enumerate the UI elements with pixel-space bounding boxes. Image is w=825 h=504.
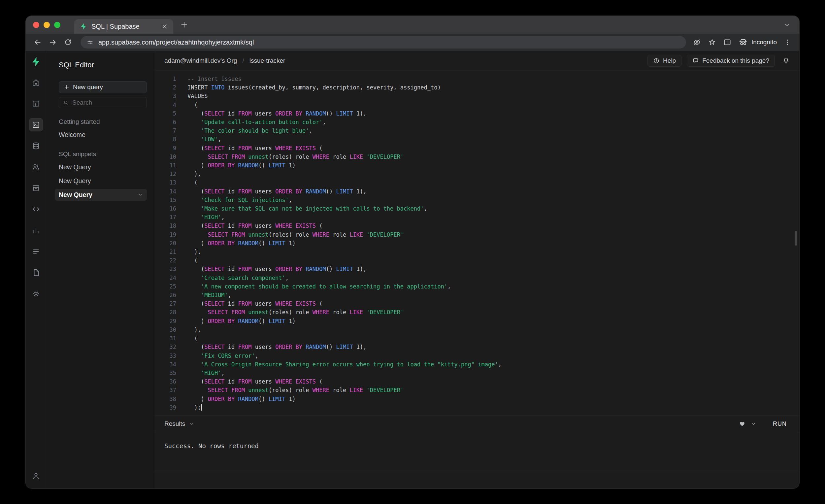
rail-item-account[interactable] <box>29 470 43 483</box>
line-number: 5 <box>155 109 176 118</box>
line-number: 38 <box>155 395 176 403</box>
feedback-button[interactable]: Feedback on this page? <box>687 55 775 67</box>
help-button[interactable]: Help <box>648 55 681 67</box>
side-panel-icon[interactable] <box>723 38 732 47</box>
close-tab-icon[interactable] <box>161 23 168 30</box>
line-number: 26 <box>155 291 176 299</box>
line-number: 16 <box>155 204 176 213</box>
code-line: 34 'A Cross Origin Resource Sharing erro… <box>155 360 799 369</box>
authentication-icon <box>32 163 40 171</box>
rail-item-database[interactable] <box>29 139 43 152</box>
run-controls: RUN <box>739 419 790 429</box>
supabase-app: SQL Editor New query Getting startedWelc… <box>26 51 799 489</box>
code-line: 20 ) ORDER BY RANDOM() LIMIT 1) <box>155 239 799 247</box>
sql-editor-icon <box>32 121 40 129</box>
code-line: 30 ), <box>155 326 799 334</box>
rail-item-sql-editor[interactable] <box>29 118 43 131</box>
main-content: adam@windmill.dev's Org / issue-tracker … <box>155 51 799 489</box>
code-line: 5 (SELECT id FROM users ORDER BY RANDOM(… <box>155 109 799 118</box>
sidebar-item-label: New Query <box>59 163 91 171</box>
sidebar-item-new-query[interactable]: New Query <box>55 189 147 201</box>
results-toggle[interactable]: Results <box>164 420 195 427</box>
rail-item-table-editor[interactable] <box>29 97 43 110</box>
breadcrumb-project[interactable]: issue-tracker <box>249 57 286 64</box>
supabase-logo-icon[interactable] <box>30 56 42 67</box>
forward-icon[interactable] <box>47 36 59 48</box>
site-settings-icon[interactable] <box>86 39 94 46</box>
line-number: 2 <box>155 83 176 92</box>
line-number: 32 <box>155 343 176 351</box>
code-line: 18 (SELECT id FROM users WHERE EXISTS ( <box>155 221 799 230</box>
toolbar-right: Incognito <box>693 37 793 47</box>
table-editor-icon <box>32 99 40 108</box>
new-query-button[interactable]: New query <box>59 81 147 93</box>
code-line: 2INSERT INTO issues(created_by, summary,… <box>155 83 799 92</box>
line-number: 28 <box>155 308 176 316</box>
eye-off-icon[interactable] <box>693 38 701 47</box>
code-line: 24 'Create search component', <box>155 274 799 282</box>
editor-scrollbar[interactable] <box>795 231 797 245</box>
results-bar: Results RUN <box>155 415 799 432</box>
line-number: 3 <box>155 92 176 100</box>
browser-menu-icon[interactable] <box>783 38 791 46</box>
notifications-bell-icon[interactable] <box>782 57 790 65</box>
line-number: 18 <box>155 221 176 230</box>
tab-title: SQL | Supabase <box>91 23 157 30</box>
incognito-badge: Incognito <box>738 37 777 47</box>
tab-strip: SQL | Supabase <box>26 16 799 34</box>
rail-item-logs[interactable] <box>29 245 43 258</box>
code-line: 3VALUES <box>155 92 799 100</box>
close-window-button[interactable] <box>33 22 39 28</box>
line-number: 36 <box>155 377 176 386</box>
browser-window: SQL | Supabase app.supabase.com/project/… <box>26 16 799 489</box>
code-line: 23 (SELECT id FROM users ORDER BY RANDOM… <box>155 265 799 273</box>
url-bar[interactable]: app.supabase.com/project/azahtnhqohyjerz… <box>80 36 686 49</box>
run-button[interactable]: RUN <box>769 419 790 429</box>
results-message: Success. No rows returned <box>164 442 259 449</box>
favorite-heart-icon[interactable] <box>739 420 746 427</box>
code-line: 15 'Check for SQL injections', <box>155 196 799 204</box>
account-icon <box>32 472 40 480</box>
sql-code-editor[interactable]: 1-- Insert issues2INSERT INTO issues(cre… <box>155 71 799 415</box>
sidebar-item-new-query[interactable]: New Query <box>55 161 147 173</box>
tab-search-chevron-icon[interactable] <box>783 21 791 28</box>
sidebar-item-welcome[interactable]: Welcome <box>55 129 147 141</box>
code-line: 8 'LOW', <box>155 135 799 144</box>
search-input[interactable] <box>72 99 143 106</box>
rail-item-home[interactable] <box>29 76 43 89</box>
minimize-window-button[interactable] <box>44 22 50 28</box>
rail-item-reports[interactable] <box>29 224 43 237</box>
zoom-window-button[interactable] <box>54 22 60 28</box>
sidebar-item-new-query[interactable]: New Query <box>55 175 147 187</box>
logs-icon <box>32 247 40 256</box>
line-number: 4 <box>155 101 176 109</box>
incognito-label: Incognito <box>751 39 777 46</box>
code-line: 14 (SELECT id FROM users ORDER BY RANDOM… <box>155 187 799 196</box>
sidebar-item-label: New Query <box>59 191 92 199</box>
sidebar-title: SQL Editor <box>59 51 147 69</box>
line-number: 20 <box>155 239 176 247</box>
code-line: 1-- Insert issues <box>155 75 799 83</box>
rail-item-code[interactable] <box>29 203 43 216</box>
line-number: 29 <box>155 317 176 326</box>
code-icon <box>32 205 40 214</box>
chevron-down-icon[interactable] <box>138 192 143 197</box>
back-icon[interactable] <box>32 36 44 48</box>
rail-item-docs[interactable] <box>29 266 43 279</box>
line-number: 30 <box>155 326 176 334</box>
code-line: 32 (SELECT id FROM users ORDER BY RANDOM… <box>155 343 799 351</box>
header-actions: Help Feedback on this page? <box>648 55 790 67</box>
incognito-icon <box>738 37 748 47</box>
new-tab-icon[interactable] <box>180 20 189 29</box>
bookmark-star-icon[interactable] <box>708 38 717 47</box>
run-options-chevron-icon[interactable] <box>750 421 756 427</box>
breadcrumb-separator: / <box>242 57 244 64</box>
breadcrumb-org[interactable]: adam@windmill.dev's Org <box>164 57 237 64</box>
rail-item-settings[interactable] <box>29 287 43 300</box>
reload-icon[interactable] <box>62 36 74 48</box>
rail-item-storage[interactable] <box>29 182 43 195</box>
line-number: 13 <box>155 178 176 187</box>
text-cursor <box>201 404 202 411</box>
browser-tab[interactable]: SQL | Supabase <box>74 19 173 34</box>
rail-item-authentication[interactable] <box>29 160 43 173</box>
